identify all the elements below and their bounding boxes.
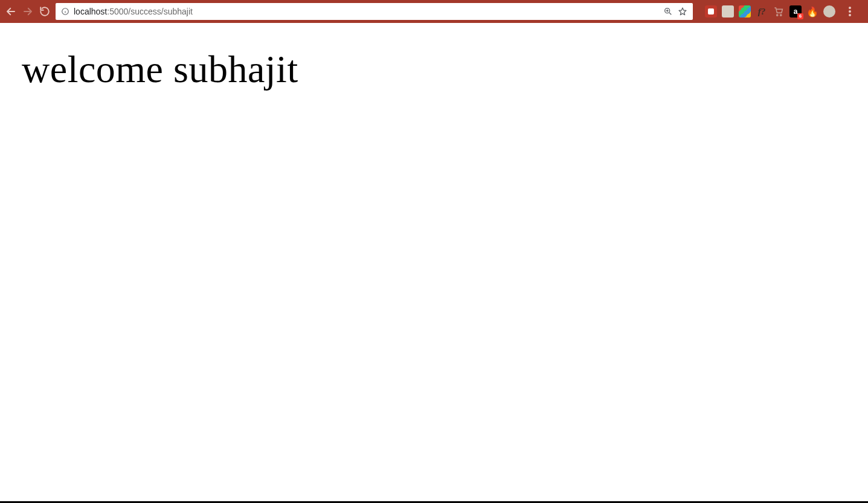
- browser-menu-button[interactable]: [843, 4, 857, 19]
- extension-cloud-icon[interactable]: [823, 5, 835, 18]
- extension-fire-icon[interactable]: 🔥: [806, 5, 818, 18]
- svg-point-12: [849, 7, 851, 9]
- extension-colorwheel-icon[interactable]: [739, 5, 751, 18]
- svg-marker-9: [679, 8, 686, 15]
- svg-point-13: [849, 10, 851, 13]
- svg-line-6: [669, 13, 671, 14]
- url-path: :5000/success/subhajit: [107, 7, 193, 16]
- browser-toolbar: localhost:5000/success/subhajit f?: [0, 0, 868, 23]
- extension-amazon-badge: 6: [797, 13, 803, 19]
- svg-point-10: [777, 14, 778, 16]
- svg-point-14: [849, 14, 851, 16]
- page-content: welcome subhajit: [0, 23, 868, 503]
- zoom-icon[interactable]: [663, 6, 674, 17]
- back-button[interactable]: [4, 4, 18, 19]
- bookmark-star-icon[interactable]: [677, 6, 688, 17]
- extension-function-icon[interactable]: f?: [756, 5, 768, 18]
- extensions-area: f? a 6 🔥: [699, 4, 860, 19]
- extension-amazon-icon[interactable]: a 6: [789, 5, 802, 18]
- welcome-heading: welcome subhajit: [22, 47, 846, 92]
- extension-ublock-icon[interactable]: [705, 5, 717, 18]
- extension-cube-icon[interactable]: [722, 5, 734, 18]
- svg-point-11: [780, 14, 782, 16]
- url-text[interactable]: localhost:5000/success/subhajit: [74, 7, 659, 16]
- forward-button[interactable]: [21, 4, 35, 19]
- site-info-icon[interactable]: [60, 7, 70, 16]
- reload-button[interactable]: [37, 4, 52, 19]
- extension-cart-icon[interactable]: [773, 5, 785, 18]
- address-bar[interactable]: localhost:5000/success/subhajit: [56, 3, 693, 20]
- url-host: localhost: [74, 7, 107, 16]
